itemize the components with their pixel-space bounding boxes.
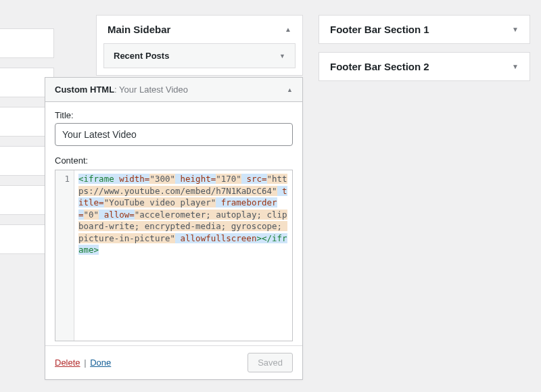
widget-area-main-sidebar: Main Sidebar ▲ Recent Posts ▼	[96, 15, 303, 76]
widget-type-label: Custom HTML	[55, 84, 114, 95]
widget-recent-posts[interactable]: Recent Posts ▼	[103, 43, 296, 68]
chevron-up-icon: ▲	[285, 26, 291, 33]
chevron-down-icon: ▼	[512, 63, 519, 70]
widget-area-header[interactable]: Footer Bar Section 1 ▼	[319, 16, 530, 43]
chevron-down-icon: ▼	[512, 26, 519, 33]
widget-area-title: Main Sidebar	[108, 24, 170, 35]
content-label: Content:	[55, 155, 293, 166]
widget-custom-html-expanded: Custom HTML: Your Latest Video ▲ Title: …	[45, 77, 303, 380]
widget-area-footer-1: Footer Bar Section 1 ▼	[319, 15, 530, 44]
widget-instance-title: Your Latest Video	[119, 84, 188, 95]
title-input[interactable]	[55, 123, 293, 146]
activate-hint: ctivate a widget	[0, 0, 54, 28]
widget-area-header[interactable]: Footer Bar Section 2 ▼	[319, 53, 530, 80]
chevron-down-icon: ▼	[279, 53, 285, 59]
done-link[interactable]: Done	[90, 358, 111, 368]
separator: |	[82, 358, 89, 368]
line-gutter: 1	[55, 170, 74, 341]
code-content[interactable]: <iframe width="300" height="170" src="ht…	[74, 170, 292, 341]
widget-area-title: Footer Bar Section 1	[330, 24, 429, 35]
save-button: Saved	[248, 353, 293, 372]
code-editor[interactable]: 1 <iframe width="300" height="170" src="…	[55, 170, 293, 341]
widget-area-header[interactable]: Main Sidebar ▲	[97, 16, 302, 43]
widget-label: Recent Posts	[114, 51, 169, 61]
chevron-up-icon: ▲	[287, 87, 293, 93]
widget-item[interactable]: layer.	[0, 28, 54, 58]
widget-header[interactable]: Custom HTML: Your Latest Video ▲	[45, 78, 302, 102]
widget-area-footer-2: Footer Bar Section 2 ▼	[319, 52, 530, 81]
widget-footer: Delete | Done Saved	[45, 345, 302, 379]
delete-link[interactable]: Delete	[55, 358, 80, 368]
widget-area-title: Footer Bar Section 2	[330, 61, 429, 72]
title-label: Title:	[55, 110, 293, 120]
